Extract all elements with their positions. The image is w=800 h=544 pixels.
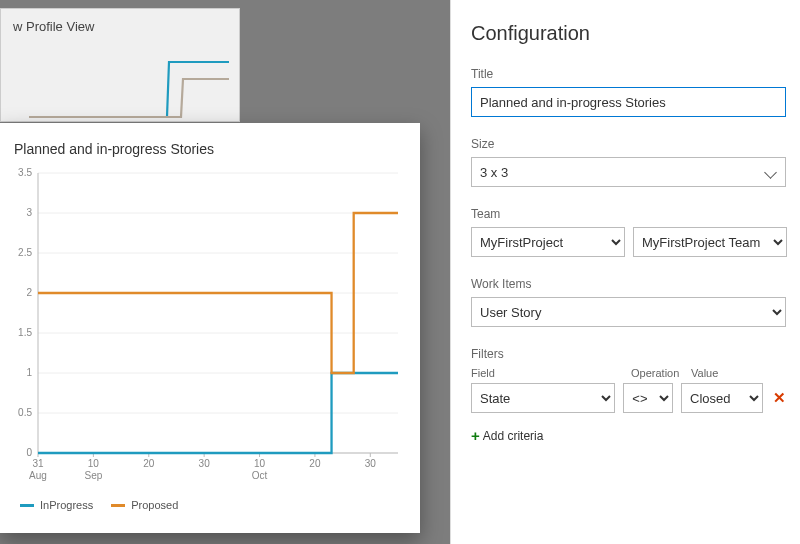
svg-text:3: 3 [26,207,32,218]
chart-area: 00.511.522.533.531Aug10Sep203010Oct2030 [14,163,406,493]
title-label: Title [471,67,788,81]
svg-text:2.5: 2.5 [18,247,32,258]
filter-field-select[interactable]: State [471,383,615,413]
background-widget-title: w Profile View [13,19,227,34]
team-project-select[interactable]: MyFirstProject [471,227,625,257]
svg-text:Sep: Sep [84,470,102,481]
legend-swatch-proposed [111,504,125,507]
add-criteria-label: Add criteria [483,429,544,443]
svg-text:0.5: 0.5 [18,407,32,418]
plus-icon: + [471,427,480,444]
filter-row: State <> Closed ✕ [471,383,788,413]
svg-text:10: 10 [254,458,266,469]
svg-text:Aug: Aug [29,470,47,481]
legend-label-inprogress: InProgress [40,499,93,511]
configuration-panel: Configuration Title Size 3 x 3 Team MyFi… [450,0,800,544]
svg-text:20: 20 [309,458,321,469]
size-select[interactable]: 3 x 3 [471,157,786,187]
svg-text:1: 1 [26,367,32,378]
filters-col-value: Value [691,367,777,379]
svg-text:Oct: Oct [252,470,268,481]
svg-text:2: 2 [26,287,32,298]
workitems-label: Work Items [471,277,788,291]
size-value: 3 x 3 [480,165,508,180]
legend-item-inprogress: InProgress [20,499,93,511]
size-label: Size [471,137,788,151]
remove-filter-icon[interactable]: ✕ [771,389,788,407]
legend-label-proposed: Proposed [131,499,178,511]
background-mini-chart [29,57,229,125]
filters-label: Filters [471,347,788,361]
chevron-down-icon [764,166,777,179]
dimmed-background: w Profile View Planned and in-progress S… [0,0,450,544]
svg-text:30: 30 [199,458,211,469]
legend-item-proposed: Proposed [111,499,178,511]
filter-operation-select[interactable]: <> [623,383,673,413]
panel-heading: Configuration [471,22,788,45]
add-criteria-button[interactable]: + Add criteria [471,427,788,444]
svg-text:30: 30 [365,458,377,469]
filters-column-headers: Field Operation Value [471,367,788,379]
background-widget-card: w Profile View [0,8,240,122]
svg-text:10: 10 [88,458,100,469]
filters-col-field: Field [471,367,623,379]
team-name-select[interactable]: MyFirstProject Team [633,227,787,257]
svg-text:31: 31 [32,458,44,469]
svg-text:1.5: 1.5 [18,327,32,338]
svg-text:3.5: 3.5 [18,167,32,178]
svg-text:20: 20 [143,458,155,469]
chart-legend: InProgress Proposed [14,499,406,511]
chart-title: Planned and in-progress Stories [14,141,406,157]
team-label: Team [471,207,788,221]
chart-preview-card: Planned and in-progress Stories 00.511.5… [0,123,420,533]
title-input[interactable] [471,87,786,117]
legend-swatch-inprogress [20,504,34,507]
workitems-select[interactable]: User Story [471,297,786,327]
svg-text:0: 0 [26,447,32,458]
filter-value-select[interactable]: Closed [681,383,763,413]
filters-col-operation: Operation [631,367,683,379]
